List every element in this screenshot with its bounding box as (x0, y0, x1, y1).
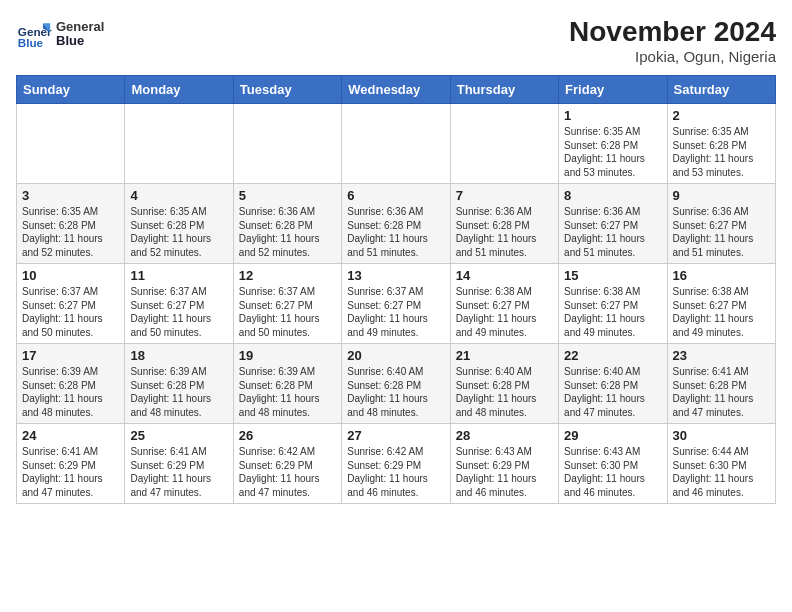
day-info: Sunrise: 6:38 AM Sunset: 6:27 PM Dayligh… (673, 285, 770, 339)
calendar-cell: 2Sunrise: 6:35 AM Sunset: 6:28 PM Daylig… (667, 104, 775, 184)
calendar-cell: 8Sunrise: 6:36 AM Sunset: 6:27 PM Daylig… (559, 184, 667, 264)
logo-line1: General (56, 20, 104, 34)
calendar-cell: 20Sunrise: 6:40 AM Sunset: 6:28 PM Dayli… (342, 344, 450, 424)
logo-text: General Blue (56, 20, 104, 49)
calendar-cell: 28Sunrise: 6:43 AM Sunset: 6:29 PM Dayli… (450, 424, 558, 504)
day-info: Sunrise: 6:40 AM Sunset: 6:28 PM Dayligh… (347, 365, 444, 419)
day-info: Sunrise: 6:41 AM Sunset: 6:28 PM Dayligh… (673, 365, 770, 419)
day-number: 16 (673, 268, 770, 283)
day-info: Sunrise: 6:37 AM Sunset: 6:27 PM Dayligh… (239, 285, 336, 339)
day-number: 27 (347, 428, 444, 443)
day-info: Sunrise: 6:42 AM Sunset: 6:29 PM Dayligh… (347, 445, 444, 499)
day-number: 6 (347, 188, 444, 203)
weekday-header: Tuesday (233, 76, 341, 104)
logo-line2: Blue (56, 34, 104, 48)
day-info: Sunrise: 6:36 AM Sunset: 6:27 PM Dayligh… (564, 205, 661, 259)
calendar-cell: 14Sunrise: 6:38 AM Sunset: 6:27 PM Dayli… (450, 264, 558, 344)
weekday-header: Sunday (17, 76, 125, 104)
day-info: Sunrise: 6:43 AM Sunset: 6:29 PM Dayligh… (456, 445, 553, 499)
day-number: 21 (456, 348, 553, 363)
page-header: General Blue General Blue November 2024 … (16, 16, 776, 65)
calendar-cell: 18Sunrise: 6:39 AM Sunset: 6:28 PM Dayli… (125, 344, 233, 424)
calendar-cell: 13Sunrise: 6:37 AM Sunset: 6:27 PM Dayli… (342, 264, 450, 344)
calendar-cell (233, 104, 341, 184)
calendar-cell: 4Sunrise: 6:35 AM Sunset: 6:28 PM Daylig… (125, 184, 233, 264)
month-title: November 2024 (569, 16, 776, 48)
calendar-cell: 5Sunrise: 6:36 AM Sunset: 6:28 PM Daylig… (233, 184, 341, 264)
day-info: Sunrise: 6:43 AM Sunset: 6:30 PM Dayligh… (564, 445, 661, 499)
calendar-cell: 21Sunrise: 6:40 AM Sunset: 6:28 PM Dayli… (450, 344, 558, 424)
day-info: Sunrise: 6:38 AM Sunset: 6:27 PM Dayligh… (564, 285, 661, 339)
calendar-cell: 17Sunrise: 6:39 AM Sunset: 6:28 PM Dayli… (17, 344, 125, 424)
calendar-cell: 16Sunrise: 6:38 AM Sunset: 6:27 PM Dayli… (667, 264, 775, 344)
day-info: Sunrise: 6:35 AM Sunset: 6:28 PM Dayligh… (22, 205, 119, 259)
day-number: 8 (564, 188, 661, 203)
day-number: 7 (456, 188, 553, 203)
calendar-cell: 23Sunrise: 6:41 AM Sunset: 6:28 PM Dayli… (667, 344, 775, 424)
calendar-cell: 1Sunrise: 6:35 AM Sunset: 6:28 PM Daylig… (559, 104, 667, 184)
day-info: Sunrise: 6:37 AM Sunset: 6:27 PM Dayligh… (347, 285, 444, 339)
day-info: Sunrise: 6:41 AM Sunset: 6:29 PM Dayligh… (22, 445, 119, 499)
day-number: 22 (564, 348, 661, 363)
day-info: Sunrise: 6:40 AM Sunset: 6:28 PM Dayligh… (456, 365, 553, 419)
day-number: 26 (239, 428, 336, 443)
day-info: Sunrise: 6:35 AM Sunset: 6:28 PM Dayligh… (564, 125, 661, 179)
day-info: Sunrise: 6:39 AM Sunset: 6:28 PM Dayligh… (239, 365, 336, 419)
calendar-cell (450, 104, 558, 184)
day-info: Sunrise: 6:39 AM Sunset: 6:28 PM Dayligh… (22, 365, 119, 419)
day-info: Sunrise: 6:38 AM Sunset: 6:27 PM Dayligh… (456, 285, 553, 339)
weekday-header: Friday (559, 76, 667, 104)
day-number: 24 (22, 428, 119, 443)
day-info: Sunrise: 6:37 AM Sunset: 6:27 PM Dayligh… (22, 285, 119, 339)
day-number: 28 (456, 428, 553, 443)
calendar: SundayMondayTuesdayWednesdayThursdayFrid… (16, 75, 776, 504)
weekday-header: Saturday (667, 76, 775, 104)
calendar-cell: 15Sunrise: 6:38 AM Sunset: 6:27 PM Dayli… (559, 264, 667, 344)
calendar-week-row: 17Sunrise: 6:39 AM Sunset: 6:28 PM Dayli… (17, 344, 776, 424)
calendar-cell: 10Sunrise: 6:37 AM Sunset: 6:27 PM Dayli… (17, 264, 125, 344)
calendar-week-row: 10Sunrise: 6:37 AM Sunset: 6:27 PM Dayli… (17, 264, 776, 344)
calendar-cell (17, 104, 125, 184)
day-number: 2 (673, 108, 770, 123)
calendar-cell: 29Sunrise: 6:43 AM Sunset: 6:30 PM Dayli… (559, 424, 667, 504)
calendar-header-row: SundayMondayTuesdayWednesdayThursdayFrid… (17, 76, 776, 104)
calendar-cell: 12Sunrise: 6:37 AM Sunset: 6:27 PM Dayli… (233, 264, 341, 344)
day-number: 10 (22, 268, 119, 283)
day-info: Sunrise: 6:44 AM Sunset: 6:30 PM Dayligh… (673, 445, 770, 499)
day-number: 15 (564, 268, 661, 283)
day-number: 12 (239, 268, 336, 283)
day-number: 18 (130, 348, 227, 363)
day-info: Sunrise: 6:36 AM Sunset: 6:28 PM Dayligh… (347, 205, 444, 259)
calendar-cell: 11Sunrise: 6:37 AM Sunset: 6:27 PM Dayli… (125, 264, 233, 344)
calendar-cell: 26Sunrise: 6:42 AM Sunset: 6:29 PM Dayli… (233, 424, 341, 504)
calendar-cell: 19Sunrise: 6:39 AM Sunset: 6:28 PM Dayli… (233, 344, 341, 424)
title-block: November 2024 Ipokia, Ogun, Nigeria (569, 16, 776, 65)
day-number: 1 (564, 108, 661, 123)
day-info: Sunrise: 6:37 AM Sunset: 6:27 PM Dayligh… (130, 285, 227, 339)
day-number: 13 (347, 268, 444, 283)
svg-text:Blue: Blue (18, 36, 44, 49)
calendar-cell: 25Sunrise: 6:41 AM Sunset: 6:29 PM Dayli… (125, 424, 233, 504)
calendar-cell: 6Sunrise: 6:36 AM Sunset: 6:28 PM Daylig… (342, 184, 450, 264)
day-info: Sunrise: 6:36 AM Sunset: 6:28 PM Dayligh… (456, 205, 553, 259)
day-number: 25 (130, 428, 227, 443)
day-info: Sunrise: 6:39 AM Sunset: 6:28 PM Dayligh… (130, 365, 227, 419)
day-info: Sunrise: 6:35 AM Sunset: 6:28 PM Dayligh… (673, 125, 770, 179)
calendar-cell (125, 104, 233, 184)
day-number: 30 (673, 428, 770, 443)
calendar-cell: 7Sunrise: 6:36 AM Sunset: 6:28 PM Daylig… (450, 184, 558, 264)
day-number: 3 (22, 188, 119, 203)
day-number: 5 (239, 188, 336, 203)
calendar-cell: 9Sunrise: 6:36 AM Sunset: 6:27 PM Daylig… (667, 184, 775, 264)
day-number: 20 (347, 348, 444, 363)
calendar-week-row: 3Sunrise: 6:35 AM Sunset: 6:28 PM Daylig… (17, 184, 776, 264)
calendar-cell (342, 104, 450, 184)
day-info: Sunrise: 6:40 AM Sunset: 6:28 PM Dayligh… (564, 365, 661, 419)
weekday-header: Monday (125, 76, 233, 104)
calendar-cell: 30Sunrise: 6:44 AM Sunset: 6:30 PM Dayli… (667, 424, 775, 504)
day-number: 23 (673, 348, 770, 363)
day-number: 9 (673, 188, 770, 203)
day-number: 19 (239, 348, 336, 363)
day-info: Sunrise: 6:36 AM Sunset: 6:27 PM Dayligh… (673, 205, 770, 259)
day-info: Sunrise: 6:42 AM Sunset: 6:29 PM Dayligh… (239, 445, 336, 499)
